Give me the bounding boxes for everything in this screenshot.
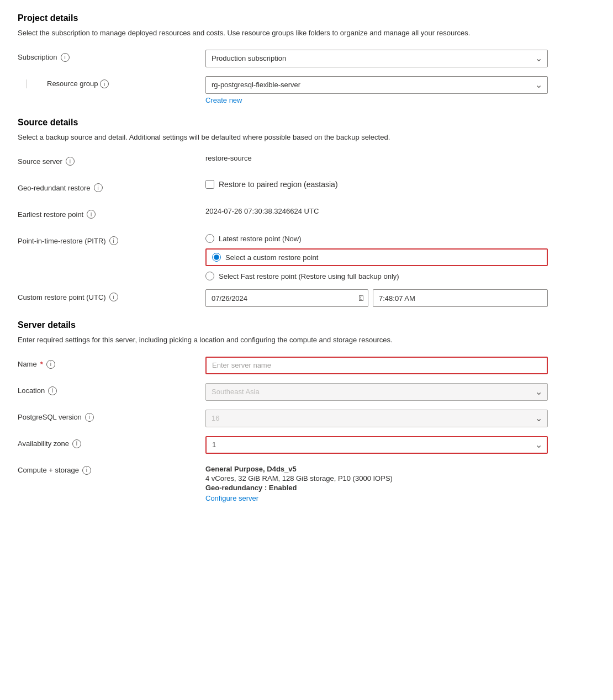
postgresql-version-select-wrapper: 16 [205,410,548,427]
server-name-input[interactable] [205,357,548,374]
resource-group-info-icon[interactable]: i [100,79,109,88]
pitr-radio-fast-input[interactable] [205,272,214,280]
postgresql-version-info-icon[interactable]: i [85,413,94,422]
pitr-control: Latest restore point (Now) Select a cust… [205,233,548,280]
geo-redundant-label: Geo-redundant restore i [18,180,205,192]
availability-zone-label: Availability zone i [18,436,205,448]
custom-restore-info-icon[interactable]: i [109,293,118,301]
pitr-radio-custom-input[interactable] [212,253,221,262]
source-details-title: Source details [18,118,595,128]
resource-group-indent: Resource group i [27,79,109,89]
geo-redundant-checkbox-label: Restore to paired region (eastasia) [219,180,338,189]
pitr-radio-latest-label: Latest restore point (Now) [219,235,302,243]
geo-redundant-info-icon[interactable]: i [94,183,103,192]
pitr-radio-fast-label: Select Fast restore point (Restore using… [219,272,399,280]
resource-group-row: Resource group i rg-postgresql-flexible-… [18,76,595,104]
create-new-link[interactable]: Create new [205,96,242,104]
pitr-radio-group: Latest restore point (Now) Select a cust… [205,233,548,280]
name-info-icon[interactable]: i [46,360,55,369]
name-control [205,357,548,374]
earliest-restore-label: Earliest restore point i [18,206,205,219]
source-details-desc: Select a backup source and detail. Addit… [18,132,595,143]
pitr-radio-fast: Select Fast restore point (Restore using… [205,272,548,280]
location-info-icon[interactable]: i [48,386,57,395]
location-label: Location i [18,383,205,395]
location-select[interactable]: Southeast Asia [205,383,548,401]
source-server-info-icon[interactable]: i [66,157,75,166]
project-details-section: Project details Select the subscription … [18,13,595,104]
availability-zone-select[interactable]: 1 2 3 [205,436,548,454]
date-time-row: 🗓 [205,289,548,307]
pitr-info-icon[interactable]: i [109,236,118,245]
availability-zone-info-icon[interactable]: i [72,439,81,448]
subscription-control: Production subscription [205,50,548,67]
name-required-asterisk: * [40,360,43,368]
resource-group-select[interactable]: rg-postgresql-flexible-server [205,76,548,94]
earliest-restore-value: 2024-07-26 07:30:38.3246624 UTC [205,204,319,215]
availability-zone-select-wrapper: 1 2 3 [205,436,548,454]
source-server-label: Source server i [18,153,205,166]
pitr-radio-latest: Latest restore point (Now) [205,234,548,243]
pitr-row: Point-in-time-restore (PITR) i Latest re… [18,233,595,280]
source-details-section: Source details Select a backup source an… [18,118,595,307]
geo-redundant-checkbox-row: Restore to paired region (eastasia) [205,180,548,189]
location-row: Location i Southeast Asia [18,383,595,401]
date-input[interactable] [205,289,368,307]
source-server-row: Source server i restore-source [18,153,595,171]
calendar-icon-button[interactable]: 🗓 [357,294,365,303]
time-input[interactable] [373,289,548,307]
postgresql-version-select[interactable]: 16 [205,410,548,427]
subscription-select[interactable]: Production subscription [205,50,548,67]
earliest-restore-row: Earliest restore point i 2024-07-26 07:3… [18,206,595,224]
compute-storage-label: Compute + storage i [18,463,205,475]
resource-group-label-container: Resource group i [18,76,205,89]
location-control: Southeast Asia [205,383,548,401]
location-select-wrapper: Southeast Asia [205,383,548,401]
server-details-desc: Enter required settings for this server,… [18,335,595,346]
subscription-label: Subscription i [18,50,205,62]
postgresql-version-control: 16 [205,410,548,427]
custom-restore-control: 🗓 [205,289,548,307]
custom-restore-row: Custom restore point (UTC) i 🗓 [18,289,595,307]
compute-storage-value: General Purpose, D4ds_v5 4 vCores, 32 Gi… [205,463,548,502]
pitr-radio-latest-input[interactable] [205,234,214,243]
availability-zone-row: Availability zone i 1 2 3 [18,436,595,454]
project-details-title: Project details [18,13,595,23]
postgresql-version-row: PostgreSQL version i 16 [18,410,595,427]
geo-redundancy-text: Geo-redundancy : Enabled [205,484,548,492]
server-details-title: Server details [18,320,595,330]
subscription-select-wrapper: Production subscription [205,50,548,67]
compute-storage-info-icon[interactable]: i [82,466,91,475]
subscription-row: Subscription i Production subscription [18,50,595,67]
date-input-wrapper: 🗓 [205,289,368,307]
compute-storage-row: Compute + storage i General Purpose, D4d… [18,463,595,502]
custom-restore-label: Custom restore point (UTC) i [18,289,205,301]
name-label: Name * i [18,357,205,369]
configure-server-link[interactable]: Configure server [205,494,548,502]
compute-storage-desc: 4 vCores, 32 GiB RAM, 128 GiB storage, P… [205,474,548,482]
resource-group-select-wrapper: rg-postgresql-flexible-server [205,76,548,94]
compute-storage-title: General Purpose, D4ds_v5 [205,465,548,473]
pitr-radio-custom: Select a custom restore point [205,248,548,266]
pitr-radio-custom-label: Select a custom restore point [225,253,318,262]
source-server-control: restore-source [205,153,548,162]
geo-redundant-row: Geo-redundant restore i Restore to paire… [18,180,595,198]
postgresql-version-label: PostgreSQL version i [18,410,205,422]
server-details-section: Server details Enter required settings f… [18,320,595,502]
subscription-info-icon[interactable]: i [61,53,70,62]
geo-redundant-checkbox[interactable] [205,180,214,189]
source-server-value: restore-source [205,151,252,162]
pitr-label: Point-in-time-restore (PITR) i [18,233,205,245]
project-details-desc: Select the subscription to manage deploy… [18,28,595,39]
name-row: Name * i [18,357,595,374]
earliest-restore-info-icon[interactable]: i [87,210,96,219]
compute-storage-control: General Purpose, D4ds_v5 4 vCores, 32 Gi… [205,463,548,502]
resource-group-control: rg-postgresql-flexible-server Create new [205,76,548,104]
availability-zone-control: 1 2 3 [205,436,548,454]
earliest-restore-control: 2024-07-26 07:30:38.3246624 UTC [205,206,548,215]
geo-redundant-control: Restore to paired region (eastasia) [205,180,548,189]
